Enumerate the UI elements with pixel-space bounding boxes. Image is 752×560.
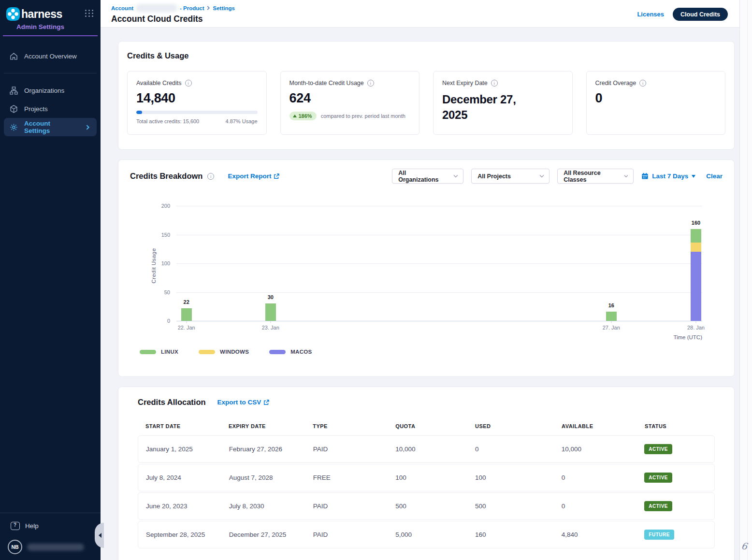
gear-icon — [10, 123, 18, 131]
cell-expiry: July 8, 2030 — [229, 503, 313, 510]
bar-23-jan: 30 — [265, 303, 276, 321]
col-header: QUOTA — [395, 423, 475, 429]
export-csv-link[interactable]: Export to CSV — [217, 399, 270, 406]
card-label: Month-to-date Credit Usage — [289, 80, 364, 86]
cell-quota: 10,000 — [395, 445, 475, 453]
scrollbar[interactable] — [739, 0, 752, 560]
delta-note: compared to prev. period last month — [321, 113, 405, 119]
table-row: July 8, 2024August 7, 2028FREE1001000ACT… — [138, 464, 715, 491]
sidebar-item-account-overview[interactable]: Account Overview — [0, 47, 101, 65]
gridline — [176, 292, 702, 293]
page-title: Account Cloud Credits — [111, 14, 728, 24]
col-header: STATUS — [645, 423, 715, 429]
bar-total-label: 30 — [268, 294, 274, 300]
cell-expiry: February 27, 2026 — [229, 445, 313, 453]
help-button[interactable]: Help — [0, 513, 101, 537]
bar-segment-linux — [265, 303, 276, 321]
section-title: Credits Allocation — [138, 398, 206, 407]
sidebar-item-organizations[interactable]: Organizations — [0, 81, 101, 100]
redacted-username — [27, 544, 84, 551]
mtd-usage-card: Month-to-date Credit Usage 624 186% comp… — [280, 71, 420, 135]
gridline — [176, 321, 702, 321]
chart-legend: LINUXWINDOWSMACOS — [140, 349, 723, 355]
legend-swatch — [140, 350, 156, 354]
sidebar: harness Admin Settings Account Overview … — [0, 0, 101, 560]
cloud-credits-button[interactable]: Cloud Credits — [673, 8, 728, 21]
col-header: START DATE — [145, 423, 229, 429]
breadcrumb: Account - Product Settings — [111, 4, 728, 12]
legend-item-windows: WINDOWS — [199, 349, 249, 355]
cell-used: 160 — [475, 531, 562, 538]
table-header-row: START DATE EXPIRY DATE TYPE QUOTA USED A… — [138, 423, 715, 435]
app-grid-icon[interactable] — [85, 10, 94, 17]
section-title: Credits Breakdown — [130, 172, 202, 181]
breadcrumb-settings-link[interactable]: Settings — [213, 5, 234, 11]
breadcrumb-product-link[interactable]: - Product — [180, 5, 204, 11]
clear-filters-link[interactable]: Clear — [706, 172, 723, 180]
sidebar-nav: Account Overview Organizations Projects … — [0, 47, 101, 136]
x-tick-mark — [270, 321, 271, 323]
calendar-icon — [641, 172, 649, 180]
legend-item-macos: MACOS — [269, 349, 312, 355]
credits-usage-section: Credits & Usage Available Credits 14,840… — [118, 41, 735, 150]
chevron-right-icon — [206, 6, 210, 10]
sidebar-collapse-handle[interactable] — [95, 523, 104, 548]
projects-filter[interactable]: All Projects — [471, 169, 550, 184]
export-report-link[interactable]: Export Report — [228, 172, 279, 180]
y-tick-label: 100 — [161, 260, 170, 266]
sidebar-item-account-settings[interactable]: Account Settings — [4, 118, 97, 136]
chevron-right-icon — [84, 125, 92, 130]
info-icon[interactable] — [639, 80, 646, 86]
cell-available: 4,840 — [562, 531, 645, 538]
main-area: Account - Product Settings Account Cloud… — [101, 0, 752, 560]
col-header: TYPE — [313, 423, 395, 429]
section-title: Credits & Usage — [127, 51, 725, 60]
harness-logo-icon[interactable] — [6, 7, 20, 21]
legend-item-linux: LINUX — [140, 349, 178, 355]
col-header: AVAILABLE — [562, 423, 645, 429]
avatar[interactable]: NB — [8, 540, 22, 554]
sidebar-item-label: Projects — [24, 105, 48, 113]
cell-used: 500 — [475, 503, 562, 510]
date-range-filter[interactable]: Last 7 Days — [641, 172, 695, 180]
gridline — [176, 235, 702, 235]
credit-usage-chart: Credit Usage 0501001502002222. Jan3023. … — [130, 191, 723, 336]
card-label: Next Expiry Date — [442, 80, 488, 86]
y-axis-label: Credit Usage — [151, 244, 157, 287]
info-icon[interactable] — [185, 80, 192, 86]
status-badge: FUTURE — [644, 530, 674, 540]
chart-plot-area: 0501001502002222. Jan3023. Jan1627. Jan1… — [176, 206, 702, 321]
cell-type: PAID — [313, 503, 396, 510]
licenses-link[interactable]: Licenses — [637, 11, 664, 18]
card-label: Available Credits — [136, 80, 182, 86]
table-row: September 28, 2025December 27, 2025PAID5… — [138, 521, 715, 548]
x-tick-mark — [695, 321, 696, 323]
cell-quota: 100 — [395, 474, 475, 481]
usage-pct-note: 4.87% Usage — [225, 118, 257, 124]
bar-27-jan: 16 — [606, 312, 617, 321]
resource-classes-filter[interactable]: All Resource Classes — [557, 169, 634, 184]
organizations-filter[interactable]: All Organizations — [392, 169, 463, 184]
cell-quota: 500 — [395, 503, 475, 510]
info-icon[interactable] — [207, 173, 214, 180]
col-header: EXPIRY DATE — [229, 423, 313, 429]
y-tick-label: 50 — [164, 289, 170, 295]
next-expiry-card: Next Expiry Date December 27, 2025 — [433, 71, 573, 135]
allocation-table: START DATE EXPIRY DATE TYPE QUOTA USED A… — [138, 423, 715, 548]
external-link-icon — [263, 400, 269, 405]
legend-label: LINUX — [161, 349, 178, 355]
sidebar-item-label: Account Overview — [24, 53, 77, 60]
cell-available: 0 — [562, 503, 645, 510]
usage-progress-bar — [136, 111, 258, 114]
info-icon[interactable] — [367, 80, 374, 86]
usage-progress-fill — [136, 111, 142, 114]
sidebar-item-projects[interactable]: Projects — [0, 100, 101, 118]
breadcrumb-account-link[interactable]: Account — [111, 5, 133, 11]
delta-up-badge: 186% — [289, 112, 317, 120]
bar-segment-linux — [691, 229, 701, 243]
cell-used: 100 — [475, 474, 562, 481]
cell-quota: 5,000 — [395, 531, 475, 538]
col-header: USED — [475, 423, 562, 429]
credits-breakdown-section: Credits Breakdown Export Report All Orga… — [118, 159, 735, 377]
info-icon[interactable] — [491, 80, 498, 86]
